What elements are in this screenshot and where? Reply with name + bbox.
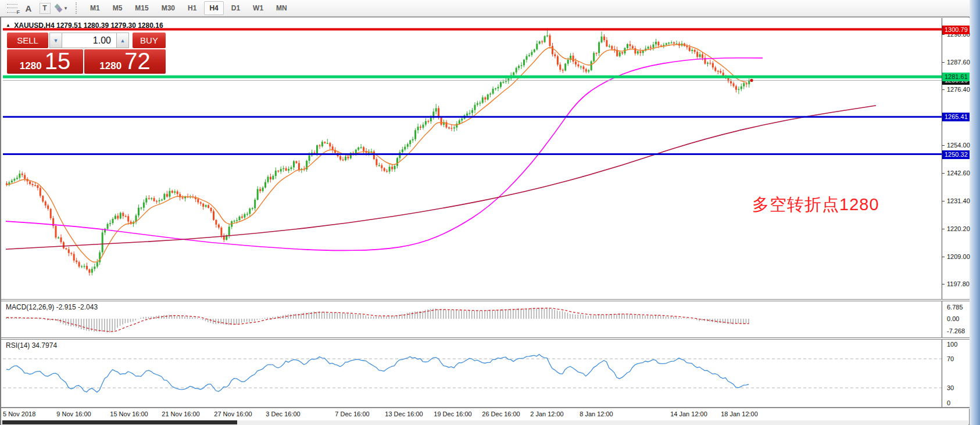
price-tick-mark [942,145,945,146]
buy-button[interactable]: BUY [133,33,166,48]
time-tick-label: 27 Nov 16:00 [214,410,252,417]
price-tick-label: 1242.60 [947,170,970,177]
price-tick-mark [942,89,945,90]
price-tick-mark [942,62,945,63]
price-tick-mark [942,257,945,257]
price-tick-mark [942,229,945,229]
timeframe-button-d1[interactable]: D1 [226,1,245,15]
price-scale[interactable]: 1298.801287.601276.401254.001242.601231.… [942,18,970,407]
macd-panel[interactable] [1,301,942,337]
chart-title: ▲ XAUUSD,H4 1279.51 1280.39 1279.30 1280… [6,21,163,30]
sell-price-main: 1280 [20,60,42,72]
indicator-properties-button[interactable]: F [5,1,20,15]
chart-window: ▲ XAUUSD,H4 1279.51 1280.39 1279.30 1280… [0,17,970,425]
price-tick-label: 1287.60 [947,59,970,66]
time-tick-label: 9 Nov 16:00 [56,410,91,417]
toolbar: F A T ▾ M1M5M15M30H1H4D1W1MN [0,0,970,17]
price-tick-mark [942,173,945,174]
timeframe-button-w1[interactable]: W1 [248,1,269,15]
rsi-scale-label: 30 [947,384,954,391]
letter-a-icon: A [26,3,32,13]
dropdown-caret-icon: ▾ [65,5,67,11]
panel-separator[interactable] [1,299,970,301]
symbol-triangle-icon: ▲ [6,23,10,28]
macd-scale-label: 0.00 [947,315,959,322]
one-click-trading-panel: SELL ▼ 1.00 ▲ BUY 1280 15 1280 72 [7,33,166,74]
shapes-icon [55,5,62,12]
buy-price-pips: 72 [124,51,151,71]
metatrader-app: F A T ▾ M1M5M15M30H1H4D1W1MN ▲ XAUUSD,H4… [0,0,980,425]
volume-decrease-button[interactable]: ▼ [49,33,62,48]
price-tick-label: 1231.40 [947,197,970,204]
time-tick-label: 13 Dec 16:00 [385,410,423,417]
time-tick-label: 18 Jan 12:00 [721,410,758,417]
price-tick-label: 1254.00 [947,142,970,149]
high-value: 1280.39 [84,21,109,30]
low-value: 1279.30 [110,21,135,30]
close-value: 1280.16 [138,21,163,30]
time-tick-label: 21 Nov 16:00 [162,410,199,417]
time-tick-label: 3 Dec 16:00 [266,410,300,417]
price-tick-label: 1209.00 [947,253,970,260]
price-badge: 1281.61 [942,73,970,81]
text-box-icon: T [40,3,51,14]
macd-scale-label: 6.785 [947,304,963,311]
timeframe-button-m5[interactable]: M5 [108,1,128,15]
time-tick-label: 19 Dec 16:00 [434,410,471,417]
scrollbar-thumb[interactable] [2,420,237,424]
rsi-scale-label: 100 [947,341,957,348]
price-tick-label: 1276.40 [947,86,970,93]
text-box-tool-button[interactable]: T [37,1,52,15]
timeframe-button-m15[interactable]: M15 [130,1,153,15]
time-tick-label: 2 Jan 12:00 [530,410,564,417]
timeframe-button-m1[interactable]: M1 [85,1,105,15]
timeframe-button-h1[interactable]: H1 [183,1,202,15]
timeframe-button-mn[interactable]: MN [271,1,292,15]
panel-separator[interactable] [1,337,970,340]
time-tick-label: 26 Dec 16:00 [482,410,520,417]
rsi-panel[interactable] [1,340,942,407]
open-value: 1279.51 [56,21,81,30]
shapes-tool-button[interactable]: ▾ [53,1,69,15]
time-tick-label: 7 Dec 16:00 [335,410,369,417]
volume-increase-button[interactable]: ▲ [116,33,129,48]
time-scale[interactable]: 5 Nov 20189 Nov 16:0015 Nov 16:0021 Nov … [1,408,942,420]
timeframe-button-h4[interactable]: H4 [204,1,223,15]
buy-price-button[interactable]: 1280 72 [84,49,166,74]
indicator-f-icon: F [7,4,17,13]
sell-price-button[interactable]: 1280 15 [7,49,83,74]
price-tick-label: 1220.20 [947,225,970,232]
macd-label: MACD(12,26,9) -2.915 -2.043 [6,303,98,311]
horizontal-scrollbar[interactable] [1,420,968,425]
symbol-label: XAUUSD,H4 [14,21,54,30]
rsi-scale-label: 70 [947,355,954,362]
sell-price-pips: 15 [45,51,71,71]
timeframe-button-m30[interactable]: M30 [156,1,180,15]
text-label-tool-button[interactable]: A [21,1,36,15]
macd-scale-label: -7.268 [947,327,965,334]
time-tick-label: 8 Jan 12:00 [580,410,613,417]
time-axis-border [1,407,970,409]
price-tick-label: 1197.80 [947,280,970,287]
chart-annotation-text[interactable]: 多空转折点1280 [752,193,879,217]
price-tick-mark [942,201,945,201]
price-tick-mark [942,284,945,284]
sell-button[interactable]: SELL [7,33,48,48]
buy-price-main: 1280 [99,60,121,72]
price-tick-mark [942,34,945,35]
timeframe-buttons: M1M5M15M30H1H4D1W1MN [84,1,294,15]
rsi-label: RSI(14) 34.7974 [6,341,57,350]
price-badge: 1265.41 [942,113,970,121]
time-tick-label: 15 Nov 16:00 [110,410,148,417]
rsi-scale-label: 0 [947,399,950,406]
price-badge: 1250.32 [942,150,970,159]
window-edge-strip [970,0,980,425]
price-badge: 1300.79 [942,26,970,34]
volume-input[interactable]: 1.00 [62,33,116,48]
time-tick-label: 5 Nov 2018 [3,410,35,417]
time-tick-label: 14 Jan 12:00 [670,410,707,417]
toolbar-separator [76,2,79,14]
